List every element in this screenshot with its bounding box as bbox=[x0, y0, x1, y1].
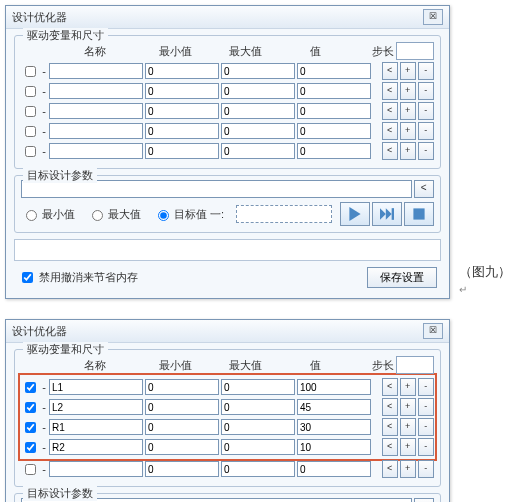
minus-button[interactable]: - bbox=[418, 398, 434, 416]
row-checkbox[interactable] bbox=[25, 126, 36, 137]
plus-button[interactable]: + bbox=[400, 418, 416, 436]
row-checkbox[interactable] bbox=[25, 382, 36, 393]
value-input[interactable] bbox=[297, 439, 371, 455]
value-input[interactable] bbox=[297, 123, 371, 139]
lt-button[interactable]: < bbox=[382, 398, 398, 416]
max-input[interactable] bbox=[221, 143, 295, 159]
name-input[interactable] bbox=[49, 379, 143, 395]
minus-button[interactable]: - bbox=[418, 142, 434, 160]
lt-button[interactable]: < bbox=[382, 460, 398, 478]
value-input[interactable] bbox=[297, 399, 371, 415]
name-input[interactable] bbox=[49, 461, 143, 477]
minus-button[interactable]: - bbox=[418, 438, 434, 456]
value-input[interactable] bbox=[297, 379, 371, 395]
row-checkbox[interactable] bbox=[25, 146, 36, 157]
step-input[interactable] bbox=[396, 356, 434, 374]
plus-button[interactable]: + bbox=[400, 460, 416, 478]
name-input[interactable] bbox=[49, 439, 143, 455]
max-input[interactable] bbox=[221, 399, 295, 415]
max-input[interactable] bbox=[221, 83, 295, 99]
param-lt-button[interactable]: < bbox=[414, 180, 434, 198]
name-input[interactable] bbox=[49, 399, 143, 415]
params-legend: 目标设计参数 bbox=[23, 486, 97, 501]
lt-button[interactable]: < bbox=[382, 418, 398, 436]
step-input[interactable] bbox=[396, 42, 434, 60]
radio-max[interactable]: 最大值 bbox=[87, 207, 141, 222]
value-input[interactable] bbox=[297, 63, 371, 79]
name-input[interactable] bbox=[49, 63, 143, 79]
var-row: -<+- bbox=[21, 62, 434, 80]
minus-button[interactable]: - bbox=[418, 62, 434, 80]
name-input[interactable] bbox=[49, 83, 143, 99]
optimizer-dialog: 设计优化器☒驱动变量和尺寸名称最小值最大值值步长-<+--<+--<+--<+-… bbox=[5, 5, 450, 299]
value-input[interactable] bbox=[297, 143, 371, 159]
min-input[interactable] bbox=[145, 379, 219, 395]
minus-button[interactable]: - bbox=[418, 82, 434, 100]
name-input[interactable] bbox=[49, 419, 143, 435]
plus-button[interactable]: + bbox=[400, 122, 416, 140]
disable-undo-checkbox[interactable]: 禁用撤消来节省内存 bbox=[18, 269, 138, 286]
max-input[interactable] bbox=[221, 63, 295, 79]
lt-button[interactable]: < bbox=[382, 62, 398, 80]
row-checkbox[interactable] bbox=[25, 402, 36, 413]
play-button[interactable] bbox=[340, 202, 370, 226]
plus-button[interactable]: + bbox=[400, 142, 416, 160]
lt-button[interactable]: < bbox=[382, 438, 398, 456]
row-checkbox[interactable] bbox=[25, 464, 36, 475]
name-input[interactable] bbox=[49, 143, 143, 159]
value-input[interactable] bbox=[297, 83, 371, 99]
stop-button[interactable] bbox=[404, 202, 434, 226]
radio-min[interactable]: 最小值 bbox=[21, 207, 75, 222]
max-input[interactable] bbox=[221, 103, 295, 119]
plus-button[interactable]: + bbox=[400, 398, 416, 416]
param-lt-button[interactable]: < bbox=[414, 498, 434, 502]
plus-button[interactable]: + bbox=[400, 438, 416, 456]
min-input[interactable] bbox=[145, 83, 219, 99]
plus-button[interactable]: + bbox=[400, 102, 416, 120]
lt-button[interactable]: < bbox=[382, 142, 398, 160]
minus-button[interactable]: - bbox=[418, 122, 434, 140]
min-input[interactable] bbox=[145, 103, 219, 119]
min-input[interactable] bbox=[145, 143, 219, 159]
name-input[interactable] bbox=[49, 103, 143, 119]
name-input[interactable] bbox=[49, 123, 143, 139]
plus-button[interactable]: + bbox=[400, 378, 416, 396]
min-input[interactable] bbox=[145, 399, 219, 415]
lt-button[interactable]: < bbox=[382, 102, 398, 120]
skip-button[interactable] bbox=[372, 202, 402, 226]
minus-button[interactable]: - bbox=[418, 102, 434, 120]
plus-button[interactable]: + bbox=[400, 82, 416, 100]
plus-button[interactable]: + bbox=[400, 62, 416, 80]
close-icon[interactable]: ☒ bbox=[423, 323, 443, 339]
radio-target[interactable]: 目标值 一: bbox=[153, 207, 224, 222]
minus-button[interactable]: - bbox=[418, 460, 434, 478]
min-input[interactable] bbox=[145, 63, 219, 79]
save-button[interactable]: 保存设置 bbox=[367, 267, 437, 288]
value-input[interactable] bbox=[297, 461, 371, 477]
minus-button[interactable]: - bbox=[418, 418, 434, 436]
max-input[interactable] bbox=[221, 461, 295, 477]
lt-button[interactable]: < bbox=[382, 82, 398, 100]
close-icon[interactable]: ☒ bbox=[423, 9, 443, 25]
target-value-input[interactable] bbox=[236, 205, 332, 223]
value-input[interactable] bbox=[297, 103, 371, 119]
minus-button[interactable]: - bbox=[418, 378, 434, 396]
lt-button[interactable]: < bbox=[382, 378, 398, 396]
hdr-val: 值 bbox=[281, 358, 349, 373]
var-row: -<+- bbox=[21, 82, 434, 100]
max-input[interactable] bbox=[221, 419, 295, 435]
row-checkbox[interactable] bbox=[25, 86, 36, 97]
row-checkbox[interactable] bbox=[25, 422, 36, 433]
row-checkbox[interactable] bbox=[25, 442, 36, 453]
max-input[interactable] bbox=[221, 439, 295, 455]
min-input[interactable] bbox=[145, 439, 219, 455]
row-checkbox[interactable] bbox=[25, 66, 36, 77]
row-checkbox[interactable] bbox=[25, 106, 36, 117]
min-input[interactable] bbox=[145, 419, 219, 435]
max-input[interactable] bbox=[221, 123, 295, 139]
value-input[interactable] bbox=[297, 419, 371, 435]
lt-button[interactable]: < bbox=[382, 122, 398, 140]
max-input[interactable] bbox=[221, 379, 295, 395]
min-input[interactable] bbox=[145, 123, 219, 139]
min-input[interactable] bbox=[145, 461, 219, 477]
